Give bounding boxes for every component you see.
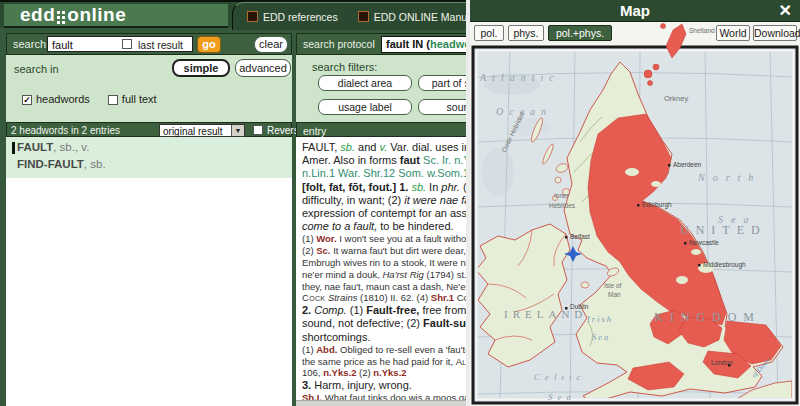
map-pol-phys-button[interactable]: pol.+phys. <box>548 25 612 41</box>
tab-edd-online-manual[interactable]: EDD ONLINE Manual <box>358 11 476 23</box>
entry-line: difficulty, in want; (2) it were nae fau… <box>302 194 470 207</box>
logo-text-left: edd <box>20 4 55 26</box>
entry-column: search protocol fault IN (headword searc… <box>296 33 470 406</box>
entry-line: Amer. Also in forms faut Sc. Ir. n.Yks.2… <box>302 154 470 167</box>
edd-online-app: edd online EDD references EDD ONLINE Man… <box>0 0 800 406</box>
map-canvas: Atlantic Ocean North Sea UNITED KINGDOM … <box>470 22 800 406</box>
entry-line: sound, not defective; (2) Fault-sure, co… <box>302 317 470 330</box>
tab-edd-references[interactable]: EDD references <box>247 11 338 23</box>
entry-line: 3. Harm, injury, wrong. <box>302 379 470 392</box>
map-pol-button[interactable]: pol. <box>474 25 504 41</box>
full-text-checkbox[interactable] <box>108 95 118 105</box>
sort-select[interactable]: original result ▼ <box>159 124 245 137</box>
map-phys-button[interactable]: phys. <box>508 25 544 41</box>
map-world-button[interactable]: World <box>716 25 750 41</box>
results-header-bar: 2 headwords in 2 entries original result… <box>6 122 292 137</box>
results-list: FAULT, sb., v. FIND-FAULT, sb. <box>6 137 292 178</box>
search-protocol-bar: search protocol fault IN (headword <box>296 33 470 55</box>
search-filters-label: search filters: <box>312 61 377 73</box>
filter-dialect-area-button[interactable]: dialect area <box>318 75 412 91</box>
checkbox-icon <box>247 11 258 22</box>
sort-select-value: original result <box>163 126 222 137</box>
entry-line: shortcomings. <box>302 331 470 344</box>
list-item[interactable]: FIND-FAULT, sb. <box>17 158 106 170</box>
map-panel: Map ✕ <box>466 0 800 406</box>
entry-line: ne'er mind a douk, Ha'rst Rig (1794) st.… <box>302 269 470 281</box>
entry-label: entry <box>303 125 326 137</box>
checkbox-icon <box>358 11 369 22</box>
last-result-label: last result <box>138 39 183 51</box>
go-button[interactable]: go <box>197 36 221 53</box>
search-in-label: search in <box>14 63 59 75</box>
entry-header-bar: entry <box>296 122 470 137</box>
close-icon[interactable]: ✕ <box>779 1 792 20</box>
entry-line: expression of contempt for an assuming p <box>302 207 470 220</box>
selection-caret <box>12 142 15 154</box>
simple-button[interactable]: simple <box>172 59 230 77</box>
entry-line: come to a fault, to be hindered. <box>302 220 470 233</box>
search-protocol-label: search protocol <box>303 38 375 50</box>
entry-line: the same price as he had paid for it, Al… <box>302 356 470 368</box>
entry-line: Cock Strains (1810) II. 62. (4) Shr.1 Co… <box>302 292 470 304</box>
headwords-label: headwords <box>36 93 90 105</box>
map-title-bar[interactable]: Map ✕ <box>470 0 800 22</box>
advanced-button[interactable]: advanced <box>235 59 291 77</box>
entry-line: (1) Abd. Obliged to re-sell even a 'fau'… <box>302 344 470 356</box>
headwords-checkbox[interactable]: ✓ <box>22 95 32 105</box>
map-download-button[interactable]: Download <box>753 25 797 41</box>
entry-line: n.Lin.1 War. Shr.12 Som. w.Som.1; faute … <box>302 167 470 180</box>
chevron-down-icon[interactable]: ▼ <box>231 125 244 136</box>
search-filters-panel: search filters: dialect area part of spe… <box>296 55 470 122</box>
entry-line: (2) Sc. It warna fau't but dirt were dea… <box>302 245 470 257</box>
entry-horizontal-scrollbar[interactable] <box>296 400 470 406</box>
last-result-checkbox[interactable] <box>122 39 132 49</box>
logo-dots-icon <box>57 11 65 24</box>
entry-text[interactable]: FAULT, sb. and v. Var. dial. uses in Sc.… <box>296 137 470 400</box>
entry-line: they, nae fau't, maun cast a dash, Ne'er… <box>302 281 470 293</box>
search-in-options: ✓headwordsfull text <box>22 93 157 105</box>
search-label: search <box>13 38 46 50</box>
entry-line: Embrugh wives rin to a stook, It were na… <box>302 257 470 269</box>
entry-line: (1) Wor. I won't see you at a fault with… <box>302 233 470 245</box>
entry-line: FAULT, sb. and v. Var. dial. uses in Sc.… <box>302 141 470 154</box>
search-input-value: fault <box>52 39 73 51</box>
logo-text-right: online <box>67 4 126 26</box>
clear-button[interactable]: clear <box>254 36 288 53</box>
entry-line: 106, n.Yks.2 (2) n.Yks.2 <box>302 367 470 379</box>
reverse-checkbox[interactable] <box>253 125 263 135</box>
entry-line: 2. Comp. (1) Fault-free, free from fault… <box>302 304 470 317</box>
search-column: search fault last result go clear search… <box>6 33 292 406</box>
search-in-panel: search in simple advanced ✓headwordsfull… <box>6 55 292 122</box>
map-title: Map <box>470 2 800 19</box>
filter-usage-label-button[interactable]: usage label <box>318 99 412 115</box>
search-bar: search fault last result go clear <box>6 33 292 55</box>
entry-line: [folt, fat, fōt, fout.] 1. sb. In phr. (… <box>302 181 470 194</box>
entry-line: Sh.I. What faut tinks doo wis a moos gau… <box>302 392 470 400</box>
list-item[interactable]: FAULT, sb., v. <box>17 141 89 153</box>
edd-online-logo[interactable]: edd online <box>4 4 228 28</box>
results-count: 2 headwords in 2 entries <box>11 125 120 136</box>
full-text-label: full text <box>122 93 157 105</box>
map-image[interactable] <box>470 22 800 406</box>
search-input[interactable]: fault last result <box>47 36 193 52</box>
